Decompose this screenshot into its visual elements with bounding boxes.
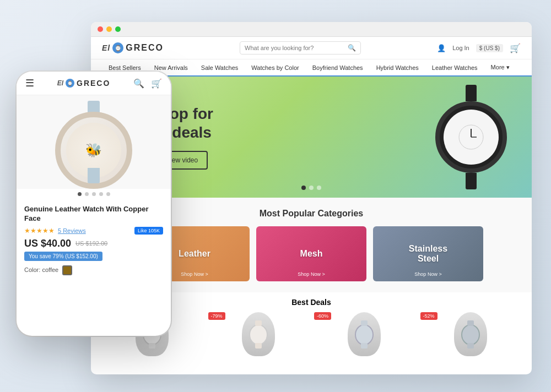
deal-badge-2: -79% — [208, 312, 225, 320]
savings-badge: You save 79% (US $152.00) — [24, 249, 163, 261]
hero-watch-image — [422, 77, 521, 198]
desktop-search-bar[interactable]: 🔍 — [240, 41, 361, 55]
hero-dot-2[interactable] — [309, 186, 314, 190]
nav-item-boyfriend[interactable]: Boyfriend Watches — [306, 60, 370, 75]
deal-card-2[interactable]: -79% — [208, 312, 309, 356]
cart-icon[interactable]: 🛒 — [510, 43, 521, 53]
color-swatch[interactable] — [62, 265, 72, 275]
category-steel[interactable]: Stainless Steel Shop Now > — [373, 226, 483, 281]
mobile-header: ☰ El ⌚ Greco 🔍 🛒 — [17, 72, 171, 95]
carousel-dots — [17, 189, 171, 199]
browser-titlebar — [91, 22, 532, 37]
category-mesh-label: Mesh — [300, 249, 323, 259]
svg-point-12 — [462, 325, 479, 345]
logo-el-text: El — [102, 43, 110, 52]
watch-clock-face — [457, 123, 485, 151]
nav-item-salewatches[interactable]: Sale Watches — [195, 60, 245, 75]
svg-rect-11 — [361, 343, 368, 349]
svg-rect-8 — [255, 343, 262, 349]
login-label[interactable]: Log In — [452, 45, 469, 51]
like-badge[interactable]: Like 105K — [134, 227, 163, 235]
hero-dots — [301, 186, 321, 190]
mobile-hamburger-icon[interactable]: ☰ — [25, 77, 34, 89]
star-rating: ★★★★★ — [24, 227, 55, 235]
mobile-product-area: 🐝 — [17, 95, 171, 189]
hero-watch-circle — [435, 101, 507, 173]
user-icon: 👤 — [437, 44, 446, 52]
nav-item-hybrid[interactable]: Hybrid Watches — [370, 60, 425, 75]
review-link[interactable]: 5 Reviews — [58, 227, 86, 234]
hero-watch-face — [444, 110, 499, 165]
deal-card-4[interactable]: -52% — [420, 312, 521, 356]
deal-badge-4: -52% — [420, 312, 437, 320]
category-steel-label: Stainless Steel — [401, 244, 456, 264]
carousel-dot-2[interactable] — [85, 192, 89, 196]
browser-dot-yellow[interactable] — [106, 26, 112, 32]
search-input[interactable] — [245, 45, 344, 51]
mobile-cart-icon[interactable]: 🛒 — [151, 78, 162, 89]
logo-name-text: Greco — [126, 43, 164, 53]
price-original: US $192.00 — [75, 240, 107, 247]
svg-rect-13 — [467, 320, 474, 326]
deal-badge-3: -60% — [314, 312, 331, 320]
carousel-dot-1[interactable] — [78, 192, 82, 196]
rating-row: ★★★★★ 5 Reviews Like 105K — [24, 227, 163, 235]
logo-icon: ⌚ — [112, 42, 123, 53]
deal-watch-3 — [348, 312, 381, 356]
desktop-logo: El ⌚ Greco — [102, 42, 164, 53]
mobile-logo-icon: ⌚ — [66, 79, 74, 88]
deal-watch-4 — [454, 312, 487, 356]
svg-rect-5 — [149, 343, 155, 349]
color-value: coffee — [42, 266, 58, 273]
color-label: Color: — [24, 266, 40, 273]
deal-card-3[interactable]: -60% — [314, 312, 415, 356]
desktop-header: El ⌚ Greco 🔍 👤 Log In $ (US $) 🛒 — [91, 37, 532, 59]
svg-point-6 — [250, 325, 267, 345]
mobile-logo: El ⌚ Greco — [57, 79, 111, 88]
category-leather-shop[interactable]: Shop Now > — [181, 271, 208, 277]
nav-item-watchesbycolor[interactable]: Watches by Color — [245, 60, 305, 75]
mobile-logo-el: El — [57, 79, 63, 87]
mobile-phone: ☰ El ⌚ Greco 🔍 🛒 🐝 — [17, 72, 171, 336]
mobile-search-icon[interactable]: 🔍 — [133, 78, 144, 89]
mobile-watch-image: 🐝 — [52, 101, 135, 183]
carousel-dot-5[interactable] — [106, 192, 110, 196]
hero-dot-3[interactable] — [317, 186, 321, 190]
category-mesh[interactable]: Mesh Shop Now > — [256, 226, 366, 281]
color-row: Color: coffee — [24, 265, 163, 275]
mobile-logo-name: Greco — [77, 79, 110, 88]
hero-dot-1[interactable] — [301, 186, 306, 190]
savings-text: You save 79% (US $152.00) — [24, 252, 102, 261]
category-leather-label: Leather — [179, 249, 210, 259]
bee-icon: 🐝 — [85, 143, 102, 158]
nav-item-leather[interactable]: Leather Watches — [425, 60, 484, 75]
svg-rect-7 — [255, 320, 262, 326]
svg-point-9 — [355, 325, 373, 345]
mobile-product-info: Genuine Leather Watch With Copper Face ★… — [17, 199, 171, 281]
svg-rect-10 — [361, 320, 368, 326]
browser-dot-red[interactable] — [98, 26, 103, 32]
category-mesh-shop[interactable]: Shop Now > — [298, 271, 325, 277]
price-main: US $40.00 — [24, 238, 71, 249]
desktop-header-right: 👤 Log In $ (US $) 🛒 — [437, 43, 521, 53]
deal-watch-2 — [242, 312, 275, 356]
search-icon[interactable]: 🔍 — [348, 44, 356, 52]
carousel-dot-3[interactable] — [92, 192, 96, 196]
product-name: Genuine Leather Watch With Copper Face — [24, 205, 163, 224]
carousel-dot-4[interactable] — [99, 192, 103, 196]
svg-rect-14 — [467, 343, 474, 349]
mobile-header-icons: 🔍 🛒 — [133, 78, 162, 89]
currency-badge[interactable]: $ (US $) — [476, 44, 503, 52]
browser-dot-green[interactable] — [115, 26, 121, 32]
category-steel-shop[interactable]: Shop Now > — [414, 271, 441, 277]
nav-item-more[interactable]: More ▾ — [484, 59, 516, 75]
price-row: US $40.00 US $192.00 — [24, 238, 163, 249]
